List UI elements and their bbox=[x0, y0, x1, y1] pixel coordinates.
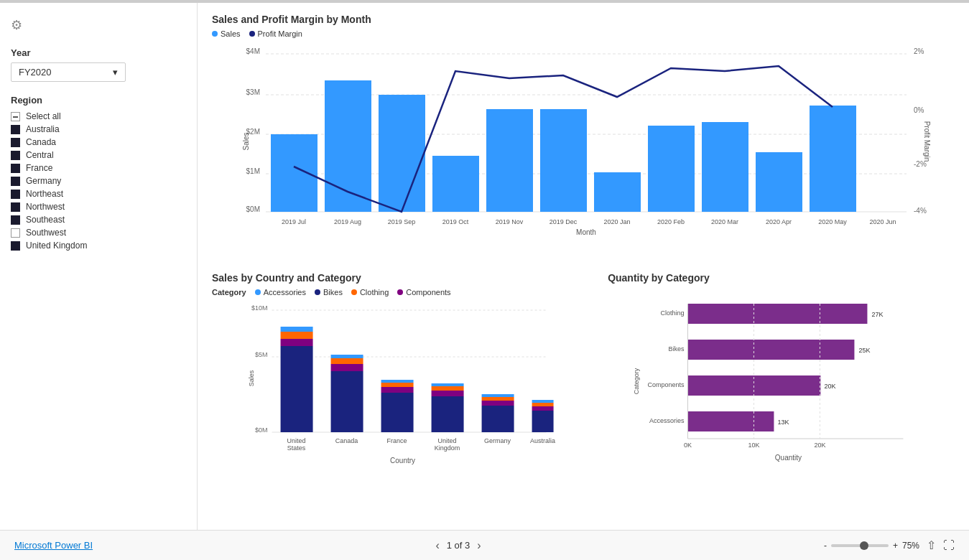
expand-icon[interactable]: ⛶ bbox=[943, 539, 955, 552]
prev-page-button[interactable]: ‹ bbox=[435, 539, 439, 552]
accessories-label: Accessories bbox=[264, 288, 306, 297]
legend-accessories: Accessories bbox=[255, 288, 306, 297]
svg-text:2020 Jan: 2020 Jan bbox=[603, 218, 630, 225]
svg-text:20K: 20K bbox=[815, 442, 826, 449]
region-item-germany[interactable]: Germany bbox=[11, 176, 186, 186]
region-name: Canada bbox=[26, 137, 56, 147]
page-info: 1 of 3 bbox=[447, 540, 470, 551]
year-label: Year bbox=[11, 47, 186, 58]
zoom-value: 75% bbox=[902, 541, 919, 551]
region-item-southwest[interactable]: Southwest bbox=[11, 228, 186, 238]
region-item-united-kingdom[interactable]: United Kingdom bbox=[11, 241, 186, 251]
svg-rect-68 bbox=[532, 411, 554, 432]
svg-text:France: France bbox=[387, 437, 407, 444]
components-dot bbox=[397, 289, 403, 295]
svg-rect-49 bbox=[281, 339, 313, 346]
svg-text:2%: 2% bbox=[914, 47, 924, 55]
year-dropdown[interactable]: FY2020 ▾ bbox=[11, 62, 126, 82]
region-item-northeast[interactable]: Northeast bbox=[11, 189, 186, 199]
page-separator: of bbox=[455, 540, 465, 551]
region-item-select-all[interactable]: Select all bbox=[11, 111, 186, 121]
clothing-dot bbox=[351, 289, 357, 295]
svg-text:$10M: $10M bbox=[251, 304, 268, 312]
svg-rect-23 bbox=[648, 126, 695, 212]
region-item-canada[interactable]: Canada bbox=[11, 137, 186, 147]
components-label: Components bbox=[406, 288, 450, 297]
svg-rect-51 bbox=[281, 327, 313, 332]
svg-rect-70 bbox=[532, 403, 554, 406]
svg-text:United: United bbox=[438, 437, 457, 444]
svg-text:10K: 10K bbox=[748, 442, 760, 449]
share-icon[interactable]: ⇧ bbox=[927, 538, 936, 552]
next-page-button[interactable]: › bbox=[477, 539, 481, 552]
region-item-france[interactable]: France bbox=[11, 163, 186, 173]
svg-text:$3M: $3M bbox=[246, 88, 260, 96]
legend-profit: Profit Margin bbox=[249, 29, 302, 38]
zoom-controls: - + 75% bbox=[824, 541, 919, 551]
profit-legend-label: Profit Margin bbox=[258, 29, 302, 38]
quantity-title: Quantity by Category bbox=[608, 272, 955, 284]
region-filter: Region Select allAustraliaCanadaCentralF… bbox=[11, 95, 186, 251]
svg-rect-18 bbox=[379, 95, 425, 212]
svg-rect-58 bbox=[381, 383, 414, 387]
svg-text:13K: 13K bbox=[778, 419, 789, 426]
svg-text:2019 Oct: 2019 Oct bbox=[442, 218, 469, 225]
svg-text:Accessories: Accessories bbox=[649, 417, 685, 424]
svg-rect-22 bbox=[594, 172, 641, 212]
svg-rect-50 bbox=[281, 332, 313, 339]
region-item-australia[interactable]: Australia bbox=[11, 124, 186, 134]
settings-icon: ⚙ bbox=[11, 17, 186, 33]
svg-rect-48 bbox=[281, 346, 313, 432]
year-filter: Year FY2020 ▾ bbox=[11, 47, 186, 82]
svg-rect-20 bbox=[486, 109, 533, 212]
svg-text:Canada: Canada bbox=[335, 437, 358, 444]
svg-text:2020 Mar: 2020 Mar bbox=[711, 218, 738, 225]
svg-rect-62 bbox=[432, 386, 464, 391]
checkbox bbox=[11, 164, 20, 173]
svg-rect-25 bbox=[756, 152, 802, 212]
svg-text:0K: 0K bbox=[684, 442, 692, 449]
quantity-svg: Clothing Bikes Components Accessories Ca… bbox=[608, 288, 955, 467]
quantity-chart-card: Quantity by Category Clothing Bikes Comp… bbox=[608, 272, 955, 520]
legend-clothing: Clothing bbox=[351, 288, 389, 297]
svg-rect-64 bbox=[482, 406, 514, 432]
svg-rect-88 bbox=[688, 340, 855, 360]
sales-country-chart-card: Sales by Country and Category Category A… bbox=[212, 272, 593, 520]
svg-text:2020 Feb: 2020 Feb bbox=[657, 218, 685, 225]
svg-text:$1M: $1M bbox=[246, 167, 260, 175]
sales-legend-label: Sales bbox=[221, 29, 241, 38]
svg-text:Country: Country bbox=[390, 457, 415, 465]
svg-text:2019 Sep: 2019 Sep bbox=[388, 218, 416, 225]
sales-profit-svg: $4M $3M $2M $1M $0M Sales 2% 0% -2% -4% … bbox=[212, 41, 955, 235]
svg-text:$4M: $4M bbox=[246, 47, 260, 55]
powerbi-link[interactable]: Microsoft Power BI bbox=[14, 540, 93, 551]
svg-text:States: States bbox=[287, 444, 306, 452]
svg-text:0%: 0% bbox=[914, 106, 924, 114]
checkbox bbox=[11, 177, 20, 186]
bottom-charts: Sales by Country and Category Category A… bbox=[212, 272, 955, 520]
zoom-minus-button[interactable]: - bbox=[824, 541, 827, 551]
region-name: Northeast bbox=[26, 189, 63, 199]
zoom-slider[interactable] bbox=[831, 544, 889, 547]
svg-text:2019 Dec: 2019 Dec bbox=[550, 218, 578, 225]
svg-rect-65 bbox=[482, 401, 514, 406]
svg-rect-16 bbox=[271, 134, 317, 212]
checkbox bbox=[11, 215, 20, 225]
svg-text:Bikes: Bikes bbox=[669, 345, 685, 353]
zoom-plus-button[interactable]: + bbox=[893, 541, 898, 551]
svg-rect-24 bbox=[702, 122, 748, 212]
svg-text:Sales: Sales bbox=[242, 132, 250, 150]
region-item-central[interactable]: Central bbox=[11, 150, 186, 160]
sidebar: ⚙ Year FY2020 ▾ Region Select allAustral… bbox=[0, 3, 198, 530]
svg-rect-67 bbox=[482, 394, 514, 397]
svg-text:Clothing: Clothing bbox=[661, 309, 685, 317]
chevron-down-icon: ▾ bbox=[113, 67, 118, 78]
region-item-northwest[interactable]: Northwest bbox=[11, 202, 186, 212]
svg-text:$0M: $0M bbox=[255, 426, 268, 434]
svg-text:United: United bbox=[287, 437, 306, 444]
page-current: 1 bbox=[447, 540, 452, 551]
svg-rect-21 bbox=[540, 109, 587, 212]
region-name: Southeast bbox=[26, 215, 65, 225]
legend-sales: Sales bbox=[212, 29, 241, 38]
region-item-southeast[interactable]: Southeast bbox=[11, 215, 186, 225]
